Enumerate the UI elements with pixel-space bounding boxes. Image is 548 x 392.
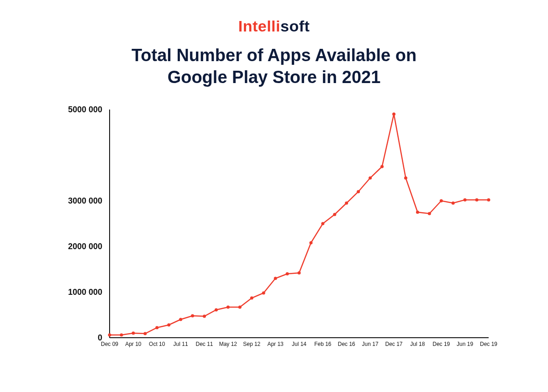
x-tick-label: Jun 19	[457, 341, 473, 347]
series-line	[110, 114, 489, 335]
x-tick-label: Jul 14	[292, 341, 306, 347]
data-point	[440, 199, 443, 203]
chart-page: Intellisoft Total Number of Apps Availab…	[0, 0, 548, 392]
chart-title: Total Number of Apps Available onGoogle …	[0, 45, 548, 88]
data-point	[404, 177, 407, 180]
data-point	[238, 306, 242, 309]
data-point	[262, 292, 265, 295]
data-point	[250, 297, 253, 300]
data-point	[132, 332, 135, 335]
data-point	[167, 324, 170, 327]
y-tick-label: 5000 000	[68, 105, 102, 114]
data-point	[321, 222, 324, 225]
y-tick-label: 2000 000	[68, 242, 102, 251]
data-point	[333, 213, 336, 216]
x-tick-label: Dec 19	[480, 341, 497, 347]
x-tick-label: Dec 11	[195, 341, 213, 347]
x-tick-label: Dec 09	[101, 341, 118, 347]
data-point	[357, 190, 360, 193]
x-tick-label: Apr 10	[125, 341, 142, 347]
data-point	[392, 113, 395, 116]
data-point	[475, 199, 479, 202]
data-point	[143, 332, 147, 335]
x-tick-label: Jul 11	[174, 341, 188, 347]
y-tick-label: 1000 000	[68, 287, 102, 297]
x-tick-label: Dec 16	[338, 341, 355, 347]
line-chart: 01000 0002000 0003000 0005000 000Dec 09A…	[59, 105, 498, 361]
data-point	[416, 211, 419, 214]
data-point	[274, 277, 277, 280]
data-point	[345, 202, 348, 205]
data-point	[428, 212, 431, 215]
brand-logo: Intellisoft	[0, 17, 548, 35]
data-point	[108, 334, 111, 337]
data-point	[380, 165, 384, 168]
x-tick-label: Jun 17	[362, 341, 379, 347]
x-tick-label: Oct 10	[149, 341, 165, 347]
data-point	[487, 199, 490, 202]
x-tick-label: May 12	[219, 341, 237, 347]
x-tick-label: Feb 16	[314, 341, 332, 347]
x-tick-label: Dec 17	[385, 341, 402, 347]
data-point	[155, 326, 158, 329]
data-point	[191, 314, 194, 318]
brand-part-1: Intelli	[238, 17, 280, 35]
data-point	[120, 334, 123, 337]
data-point	[215, 308, 218, 312]
data-point	[369, 177, 372, 180]
data-point	[227, 306, 230, 309]
data-point	[452, 202, 455, 205]
data-point	[309, 241, 312, 245]
brand-part-2: soft	[280, 17, 310, 35]
data-point	[464, 199, 467, 202]
data-point	[179, 318, 182, 321]
x-tick-label: Dec 19	[432, 341, 450, 347]
x-tick-label: Apr 13	[267, 341, 284, 347]
data-point	[203, 315, 206, 318]
x-tick-label: Jul 18	[410, 341, 425, 347]
x-tick-label: Sep 12	[243, 341, 260, 347]
data-point	[286, 272, 289, 276]
y-tick-label: 3000 000	[68, 196, 102, 205]
data-point	[298, 272, 301, 275]
